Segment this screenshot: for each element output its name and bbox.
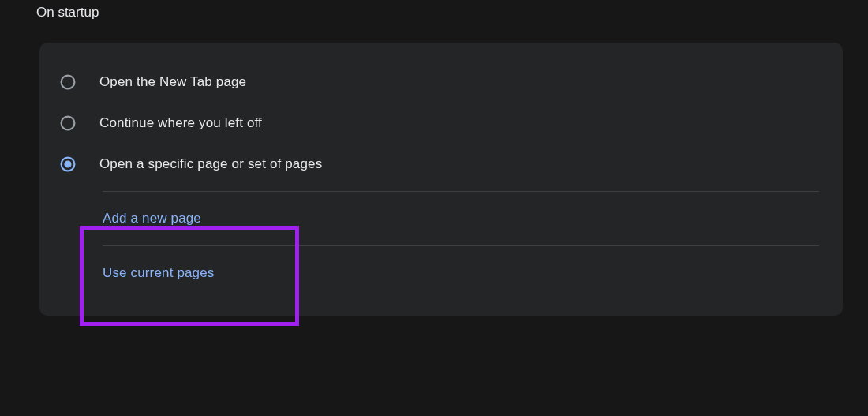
section-title: On startup <box>36 5 844 21</box>
radio-label-continue: Continue where you left off <box>99 115 262 131</box>
svg-point-1 <box>62 117 75 130</box>
radio-option-specific[interactable]: Open a specific page or set of pages <box>39 144 843 185</box>
radio-unselected-icon <box>60 115 76 131</box>
use-current-pages-link[interactable]: Use current pages <box>103 246 819 300</box>
radio-option-continue[interactable]: Continue where you left off <box>39 103 843 144</box>
radio-label-specific: Open a specific page or set of pages <box>99 156 322 172</box>
radio-selected-icon <box>60 156 76 172</box>
add-new-page-label: Add a new page <box>103 211 201 226</box>
radio-label-new-tab: Open the New Tab page <box>99 74 246 90</box>
specific-pages-sub-section: Add a new page Use current pages <box>103 191 819 300</box>
svg-point-0 <box>62 76 75 89</box>
use-current-pages-label: Use current pages <box>103 265 214 280</box>
svg-point-3 <box>64 160 71 167</box>
radio-option-new-tab[interactable]: Open the New Tab page <box>39 62 843 103</box>
startup-card: Open the New Tab page Continue where you… <box>39 43 843 316</box>
add-new-page-link[interactable]: Add a new page <box>103 192 819 245</box>
radio-unselected-icon <box>60 74 76 90</box>
